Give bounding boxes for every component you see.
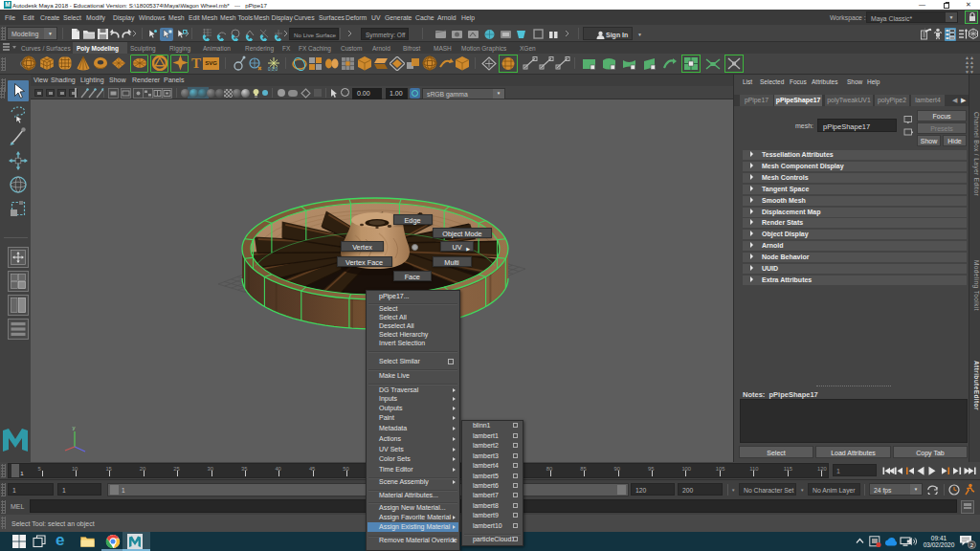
svg-text:y: y (73, 425, 76, 430)
svg-text:0,0,0: 0,0,0 (268, 67, 278, 72)
